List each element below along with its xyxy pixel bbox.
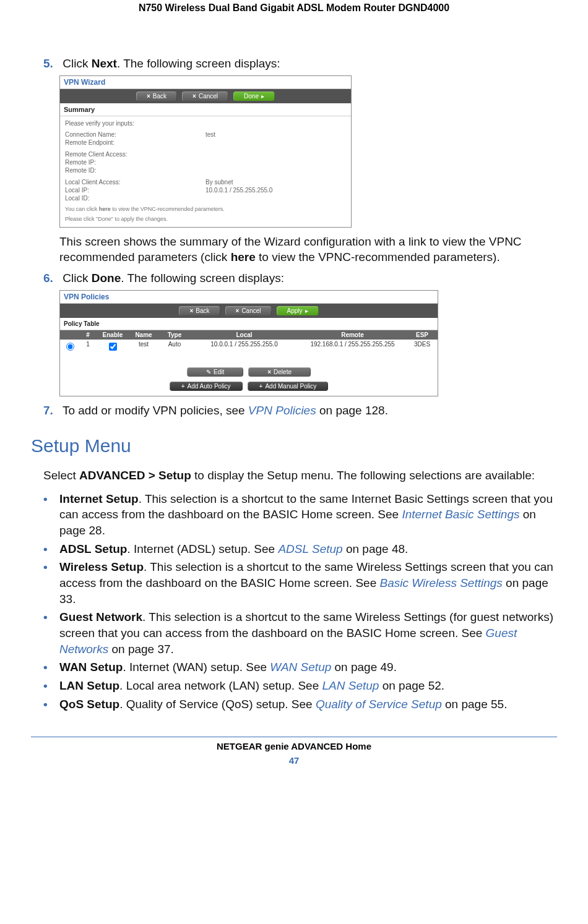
vpn-policies-screenshot: VPN Policies ×Back ×Cancel Apply▸ Policy…	[59, 290, 438, 396]
vpn-policies-title: VPN Policies	[60, 291, 438, 304]
remote-endpoint-label: Remote Endpoint:	[65, 139, 205, 146]
step-6-text-post: . The following screen displays:	[121, 272, 284, 284]
step-5-bold: Next	[92, 57, 117, 70]
adsl-setup-link[interactable]: ADSL Setup	[278, 542, 342, 555]
step-5-body-bold: here	[231, 250, 256, 263]
policy-table-row: 1 test Auto 10.0.0.1 / 255.255.255.0 192…	[60, 340, 438, 354]
back-label-2: Back	[196, 307, 209, 314]
bullet-wan-setup: • WAN Setup. Internet (WAN) setup. See W…	[43, 659, 557, 675]
step-7-number: 7.	[43, 403, 59, 419]
edit-button[interactable]: ✎Edit	[187, 367, 243, 377]
back-button[interactable]: ×Back	[136, 92, 177, 101]
bullet-lan-setup: • LAN Setup. Local area network (LAN) se…	[43, 678, 557, 694]
bullet-bold: QoS Setup	[59, 698, 119, 711]
cancel-x-icon: ×	[192, 93, 196, 100]
cancel-label: Cancel	[199, 93, 218, 100]
wan-setup-link[interactable]: WAN Setup	[270, 661, 331, 674]
bullet-dot-icon: •	[43, 678, 59, 694]
local-client-access-value: By subnet	[205, 179, 346, 186]
internet-basic-settings-link[interactable]: Internet Basic Settings	[402, 508, 519, 521]
remote-client-access-label: Remote Client Access:	[65, 151, 205, 158]
lan-setup-link[interactable]: LAN Setup	[322, 679, 379, 692]
row-select-radio[interactable]	[66, 343, 74, 351]
done-button[interactable]: Done▸	[233, 92, 275, 101]
delete-button[interactable]: ×Delete	[248, 367, 311, 377]
bullet-guest-network: • Guest Network. This selection is a sho…	[43, 609, 557, 657]
add-manual-policy-button[interactable]: +Add Manual Policy	[248, 382, 329, 391]
step-7: 7. To add or modify VPN policies, see VP…	[43, 403, 557, 419]
back-x-icon-2: ×	[189, 307, 193, 314]
basic-wireless-settings-link[interactable]: Basic Wireless Settings	[380, 576, 503, 589]
summary-heading: Summary	[60, 103, 351, 116]
bullet-after: . Local area network (LAN) setup. See	[119, 679, 322, 692]
step-6-text-pre: Click	[63, 272, 91, 284]
bullet-dot-icon: •	[43, 696, 59, 712]
conn-name-label: Connection Name:	[65, 131, 205, 138]
step-5-body-post: to view the VPNC-recommended parameters)…	[256, 250, 500, 263]
vpnc-note: You can click here to view the VPNC-reco…	[65, 206, 346, 212]
footer-divider	[31, 737, 557, 737]
add-manual-label: Add Manual Policy	[265, 383, 316, 390]
done-arrow-icon: ▸	[261, 93, 264, 100]
delete-label: Delete	[274, 369, 292, 375]
bullet-dot-icon: •	[43, 609, 59, 625]
cancel-x-icon-2: ×	[236, 307, 240, 314]
bullet-tail: on page 55.	[442, 698, 508, 711]
bullet-after: . Internet (WAN) setup. See	[123, 661, 270, 674]
summary-body: Please verify your inputs: Connection Na…	[60, 116, 351, 227]
done-label: Done	[244, 93, 259, 100]
conn-name-value: test	[205, 131, 346, 138]
bullet-tail: on page 48.	[343, 542, 409, 555]
row-esp: 3DES	[407, 340, 438, 354]
bullet-bold: Guest Network	[59, 610, 142, 623]
cancel-label-2: Cancel	[241, 307, 261, 314]
add-policy-row: +Add Auto Policy +Add Manual Policy	[60, 379, 438, 396]
row-local: 10.0.0.1 / 255.255.255.0	[190, 340, 298, 354]
local-client-access-label: Local Client Access:	[65, 179, 205, 186]
bullet-bold: WAN Setup	[59, 661, 123, 674]
add-auto-label: Add Auto Policy	[188, 383, 231, 390]
verify-inputs-text: Please verify your inputs:	[65, 120, 346, 127]
cancel-button[interactable]: ×Cancel	[182, 92, 228, 101]
edit-label: Edit	[214, 369, 224, 375]
row-name: test	[128, 340, 159, 354]
done-note: Please click "Done" to apply the changes…	[65, 216, 346, 222]
row-enable-checkbox[interactable]	[109, 343, 117, 351]
col-enable: Enable	[97, 330, 128, 340]
row-num: 1	[79, 340, 97, 354]
qos-setup-link[interactable]: Quality of Service Setup	[316, 698, 442, 711]
local-ip-value: 10.0.0.1 / 255.255.255.0	[205, 187, 346, 194]
step-7-text-post: on page 128.	[316, 404, 388, 417]
bullet-internet-setup: • Internet Setup. This selection is a sh…	[43, 491, 557, 539]
row-type: Auto	[159, 340, 190, 354]
vpn-policies-button-row: ×Back ×Cancel Apply▸	[60, 304, 438, 318]
policy-table-header: # Enable Name Type Local Remote ESP	[60, 330, 438, 340]
col-name: Name	[128, 330, 159, 340]
bullet-tail: on page 52.	[379, 679, 444, 692]
back-x-icon: ×	[147, 93, 150, 100]
edit-pencil-icon: ✎	[206, 369, 211, 375]
step-6-bold: Done	[92, 272, 121, 284]
cancel-button-2[interactable]: ×Cancel	[225, 306, 272, 315]
col-remote: Remote	[298, 330, 407, 340]
step-6: 6. Click Done. The following screen disp…	[43, 270, 557, 286]
vpn-wizard-title: VPN Wizard	[60, 76, 351, 89]
apply-button[interactable]: Apply▸	[277, 306, 319, 315]
step-6-number: 6.	[43, 270, 59, 286]
vpn-wizard-button-row: ×Back ×Cancel Done▸	[60, 89, 351, 103]
bullet-wireless-setup: • Wireless Setup. This selection is a sh…	[43, 559, 557, 607]
local-id-label: Local ID:	[65, 195, 205, 202]
setup-menu-heading: Setup Menu	[31, 435, 557, 456]
col-type: Type	[159, 330, 190, 340]
add-plus-icon-2: +	[259, 383, 263, 390]
vpn-policies-link[interactable]: VPN Policies	[248, 404, 316, 417]
footer-title: NETGEAR genie ADVANCED Home	[31, 741, 557, 751]
doc-header-title: N750 Wireless Dual Band Gigabit ADSL Mod…	[31, 0, 557, 51]
local-ip-label: Local IP:	[65, 187, 205, 194]
step-5-text-pre: Click	[63, 57, 91, 70]
step-5-description: This screen shows the summary of the Wiz…	[59, 234, 557, 265]
back-button-2[interactable]: ×Back	[179, 306, 220, 315]
remote-id-label: Remote ID:	[65, 167, 205, 174]
step-7-text-pre: To add or modify VPN policies, see	[63, 404, 248, 417]
add-auto-policy-button[interactable]: +Add Auto Policy	[170, 382, 243, 391]
